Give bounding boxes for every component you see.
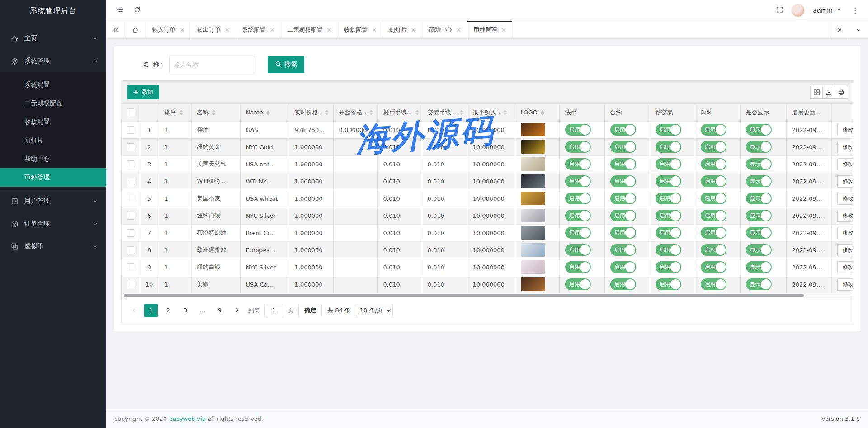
second_trade-toggle[interactable]: 启用 <box>656 278 681 290</box>
fiat-toggle[interactable]: 启用 <box>565 227 591 239</box>
sidebar-item-help-center[interactable]: 帮助中心 <box>0 150 106 168</box>
tabs-menu-button[interactable] <box>849 21 868 38</box>
contract-toggle[interactable]: 启用 <box>610 244 636 256</box>
edit-button[interactable]: 修改 <box>837 193 853 205</box>
tabs-scroll-right-button[interactable] <box>830 21 849 38</box>
page-button-1[interactable]: 1 <box>144 304 158 317</box>
columns-button[interactable] <box>810 86 823 99</box>
second_trade-toggle[interactable]: 启用 <box>656 244 681 256</box>
sort-icon[interactable] <box>266 110 270 116</box>
tab-close-icon[interactable]: × <box>411 27 416 33</box>
tab-binary-option-config[interactable]: 二元期权配置× <box>281 21 338 38</box>
edit-button[interactable]: 修改 <box>837 124 853 136</box>
sort-icon[interactable] <box>460 110 463 115</box>
edit-button[interactable]: 修改 <box>837 278 853 291</box>
sort-icon[interactable] <box>541 110 544 116</box>
sidebar-item-user-management[interactable]: 用户管理 <box>0 190 106 212</box>
col-header-sort[interactable]: 排序 <box>159 104 191 121</box>
second_trade-toggle[interactable]: 启用 <box>656 261 681 273</box>
fiat-toggle[interactable]: 启用 <box>565 158 591 170</box>
tab-slideshow[interactable]: 幻灯片× <box>383 21 423 38</box>
tab-close-icon[interactable]: × <box>269 27 275 33</box>
col-header-min_buy[interactable]: 最小购买.. <box>467 104 515 121</box>
row-checkbox[interactable] <box>127 195 134 202</box>
flash_swap-toggle[interactable]: 启用 <box>701 158 726 170</box>
flash_swap-toggle[interactable]: 启用 <box>701 261 726 273</box>
fiat-toggle[interactable]: 启用 <box>565 210 591 221</box>
sort-icon[interactable] <box>212 110 216 115</box>
tab-transfer-out-orders[interactable]: 转出订单× <box>191 21 236 38</box>
col-header-trade_fee[interactable]: 交易手续... <box>422 104 467 121</box>
scrollbar-thumb[interactable] <box>124 294 804 297</box>
sidebar-item-order-management[interactable]: 订单管理 <box>0 212 106 235</box>
sidebar-item-system-management[interactable]: 系统管理 <box>0 50 106 72</box>
sidebar-item-system-config[interactable]: 系统配置 <box>0 75 106 94</box>
tab-close-icon[interactable]: × <box>179 27 185 33</box>
edit-button[interactable]: 修改 <box>837 227 853 239</box>
row-checkbox[interactable] <box>127 212 134 220</box>
fiat-toggle[interactable]: 启用 <box>565 193 591 204</box>
tab-close-icon[interactable]: × <box>225 27 230 33</box>
tab-close-icon[interactable]: × <box>372 27 377 33</box>
page-jump-input[interactable] <box>264 304 283 317</box>
sort-icon[interactable] <box>415 110 419 115</box>
fiat-toggle[interactable]: 启用 <box>565 261 591 273</box>
tab-help-center[interactable]: 帮助中心× <box>422 21 467 38</box>
visible-toggle[interactable]: 显示 <box>746 278 772 290</box>
sidebar-item-currency-management[interactable]: 币种管理 <box>0 168 106 187</box>
contract-toggle[interactable]: 启用 <box>610 227 636 239</box>
sidebar-item-virtual-currency[interactable]: 虚拟币 <box>0 235 106 258</box>
footer-link[interactable]: easyweb.vip <box>169 415 206 422</box>
visible-toggle[interactable]: 显示 <box>746 124 772 136</box>
export-button[interactable] <box>822 86 835 99</box>
refresh-button[interactable] <box>134 6 141 15</box>
row-checkbox[interactable] <box>127 143 134 151</box>
search-input[interactable] <box>169 56 255 73</box>
tabs-scroll-left-button[interactable] <box>106 21 125 38</box>
sort-icon[interactable] <box>503 110 507 115</box>
print-button[interactable] <box>835 86 847 99</box>
sidebar-item-slideshow[interactable]: 幻灯片 <box>0 131 106 150</box>
collapse-sidebar-button[interactable] <box>116 6 123 15</box>
row-checkbox[interactable] <box>127 178 134 185</box>
sort-icon[interactable] <box>325 110 329 115</box>
edit-button[interactable]: 修改 <box>837 261 853 273</box>
user-menu[interactable]: admin <box>813 6 842 14</box>
search-button[interactable]: 搜索 <box>268 56 304 73</box>
edit-button[interactable]: 修改 <box>837 244 853 256</box>
sidebar-item-home[interactable]: 主页 <box>0 27 106 50</box>
visible-toggle[interactable]: 显示 <box>746 227 772 239</box>
edit-button[interactable]: 修改 <box>837 210 853 222</box>
page-size-select[interactable]: 10 条/页 <box>356 304 393 317</box>
second_trade-toggle[interactable]: 启用 <box>656 210 681 221</box>
edit-button[interactable]: 修改 <box>837 175 853 188</box>
page-button-3[interactable]: 3 <box>179 304 192 317</box>
avatar[interactable] <box>791 4 805 17</box>
tab-transfer-in-orders[interactable]: 转入订单× <box>146 21 191 38</box>
contract-toggle[interactable]: 启用 <box>610 141 636 153</box>
row-checkbox[interactable] <box>127 229 134 237</box>
fiat-toggle[interactable]: 启用 <box>565 141 591 153</box>
add-button[interactable]: + 添加 <box>127 85 159 99</box>
flash_swap-toggle[interactable]: 启用 <box>701 193 726 204</box>
visible-toggle[interactable]: 显示 <box>746 175 772 187</box>
fiat-toggle[interactable]: 启用 <box>565 244 591 256</box>
fiat-toggle[interactable]: 启用 <box>565 124 591 136</box>
tab-payment-config[interactable]: 收款配置× <box>338 21 383 38</box>
sidebar-item-payment-config[interactable]: 收款配置 <box>0 113 106 131</box>
flash_swap-toggle[interactable]: 启用 <box>701 141 726 153</box>
tab-close-icon[interactable]: × <box>456 27 461 33</box>
visible-toggle[interactable]: 显示 <box>746 210 772 221</box>
second_trade-toggle[interactable]: 启用 <box>656 124 681 136</box>
flash_swap-toggle[interactable]: 启用 <box>701 175 726 187</box>
tab-close-icon[interactable]: × <box>326 27 332 33</box>
col-header-name_cn[interactable]: 名称 <box>191 104 240 121</box>
sort-icon[interactable] <box>179 110 183 115</box>
visible-toggle[interactable]: 显示 <box>746 141 772 153</box>
select-all-checkbox[interactable] <box>127 108 134 116</box>
row-checkbox[interactable] <box>127 263 134 271</box>
more-menu-button[interactable]: ⋮ <box>850 6 860 15</box>
flash_swap-toggle[interactable]: 启用 <box>701 210 726 221</box>
tab-system-config[interactable]: 系统配置× <box>236 21 281 38</box>
second_trade-toggle[interactable]: 启用 <box>656 158 681 170</box>
